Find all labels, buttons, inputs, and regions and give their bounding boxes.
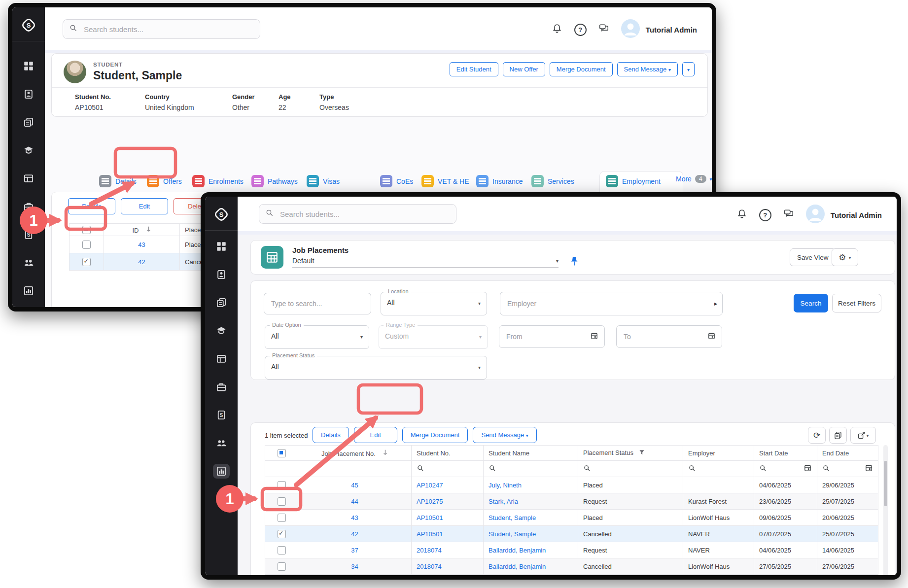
edit-student-button[interactable]: Edit Student — [450, 62, 498, 76]
placement-no-link[interactable]: 42 — [351, 530, 358, 538]
pin-icon[interactable] — [570, 256, 578, 268]
student-name-link[interactable]: Ballarddd, Benjamin — [489, 547, 546, 554]
tab-pathways[interactable]: Pathways — [251, 175, 298, 187]
send-message-button[interactable]: Send Message ▾ — [473, 427, 536, 443]
placement-no-link[interactable]: 43 — [351, 514, 358, 521]
date-option-select[interactable]: Date Option All ▾ — [265, 325, 369, 349]
send-message-button[interactable]: Send Message ▾ — [617, 62, 678, 76]
scrollbar-thumb[interactable] — [884, 461, 887, 506]
sidebar-item-placements-icon[interactable] — [20, 199, 37, 214]
user-menu[interactable]: Tutorial Admin — [806, 205, 882, 225]
calendar-icon[interactable] — [803, 464, 812, 474]
help-icon[interactable]: ? — [574, 24, 587, 36]
tab-services[interactable]: Services — [531, 175, 574, 187]
placement-details-button[interactable]: Details — [68, 198, 115, 214]
placement-id-link[interactable]: 42 — [138, 258, 145, 266]
location-select[interactable]: Location All ▾ — [381, 292, 487, 315]
sidebar-item-education-icon[interactable] — [20, 143, 37, 158]
help-icon[interactable]: ? — [759, 209, 771, 221]
student-no-link[interactable]: 2018074 — [417, 547, 442, 554]
to-date-field[interactable] — [616, 325, 722, 348]
tab-employment[interactable]: Employment — [606, 175, 661, 187]
column-search-field[interactable] — [817, 461, 878, 477]
tab-more[interactable]: More4▾ — [676, 175, 712, 183]
merge-document-button[interactable]: Merge Document — [550, 62, 613, 76]
placement-no-link[interactable]: 29 — [351, 579, 358, 580]
sidebar-item-layout-icon[interactable] — [213, 351, 230, 366]
table-row[interactable]: 45AP10247July, NinethPlaced04/06/202529/… — [265, 477, 878, 493]
sidebar-item-finance-icon[interactable]: S — [20, 227, 37, 242]
table-row[interactable]: 342018074Ballarddd, BenjaminCancelledLio… — [265, 558, 878, 575]
sidebar-item-placements-icon[interactable] — [213, 380, 230, 394]
calendar-icon[interactable] — [590, 332, 598, 342]
tab-visas[interactable]: Visas — [307, 175, 340, 187]
reset-filters-button[interactable]: Reset Filters — [832, 294, 881, 312]
student-no-link[interactable]: AP10275 — [417, 498, 443, 505]
student-name-link[interactable]: Student, Sample — [489, 530, 536, 538]
edit-button[interactable]: Edit — [354, 427, 397, 443]
row-checkbox[interactable] — [278, 562, 286, 571]
row-checkbox[interactable] — [82, 241, 91, 249]
column-header[interactable]: ID — [104, 224, 180, 236]
student-no-link[interactable]: AP10501 — [417, 514, 443, 521]
employer-lookup[interactable]: ▸ — [500, 292, 723, 315]
student-search-box[interactable] — [63, 19, 260, 39]
from-date-input[interactable] — [505, 332, 586, 341]
row-checkbox[interactable] — [278, 497, 286, 506]
search-input[interactable] — [279, 209, 450, 219]
keyword-search-input[interactable] — [270, 299, 365, 308]
calendar-icon[interactable] — [707, 332, 716, 342]
select-all-checkbox[interactable] — [265, 446, 298, 461]
sidebar-item-contacts-icon[interactable] — [20, 87, 37, 102]
chat-icon[interactable] — [598, 23, 609, 36]
tab-details[interactable]: Details — [99, 175, 137, 187]
table-row[interactable]: 44AP10275Stark, AriaRequestKurast Forest… — [265, 493, 878, 510]
view-select[interactable]: Default▾ — [292, 257, 559, 268]
more-actions-button[interactable]: ▾ — [682, 62, 695, 76]
sidebar-item-reports-icon[interactable] — [213, 464, 230, 479]
chat-icon[interactable] — [783, 208, 794, 221]
row-checkbox[interactable] — [278, 481, 286, 489]
tab-vet-he[interactable]: VET & HE — [421, 175, 469, 187]
refresh-icon[interactable]: ⟳ — [808, 427, 826, 444]
search-input[interactable] — [83, 25, 254, 34]
row-checkbox[interactable] — [278, 579, 286, 580]
table-row[interactable]: 372018074Ballarddd, BenjaminRequestNAVER… — [265, 542, 878, 558]
student-no-link[interactable]: 2018074 — [417, 563, 442, 570]
notifications-icon[interactable] — [736, 208, 747, 221]
select-all-checkbox[interactable] — [70, 224, 104, 236]
sidebar-item-documents-icon[interactable] — [213, 295, 230, 310]
student-no-link[interactable]: 0002018108 — [417, 579, 452, 580]
sidebar-item-finance-icon[interactable]: S — [213, 408, 230, 422]
tab-enrolments[interactable]: Enrolments — [192, 175, 244, 187]
row-checkbox[interactable] — [278, 546, 286, 554]
sidebar-item-dashboard-icon[interactable] — [20, 59, 37, 73]
column-search-field[interactable] — [683, 461, 754, 477]
student-name-link[interactable]: Kristofferson, Kris — [489, 579, 539, 580]
column-header[interactable]: Placement Status — [578, 446, 683, 461]
export-icon[interactable]: ▾ — [850, 427, 876, 444]
sidebar-item-contacts-icon[interactable] — [213, 267, 230, 282]
column-header[interactable]: Employer — [683, 446, 754, 461]
placement-no-link[interactable]: 44 — [351, 498, 358, 505]
row-checkbox[interactable] — [278, 514, 286, 522]
tab-offers[interactable]: Offers — [147, 175, 182, 187]
view-settings-button[interactable]: ⚙▾ — [832, 248, 858, 266]
placement-no-link[interactable]: 34 — [351, 563, 358, 570]
placement-edit-button[interactable]: Edit — [121, 198, 168, 214]
column-search-field[interactable] — [412, 461, 484, 477]
column-search-field[interactable] — [484, 461, 578, 477]
placement-no-link[interactable]: 45 — [351, 482, 358, 489]
student-name-link[interactable]: Stark, Aria — [489, 498, 518, 505]
table-row[interactable]: 43AP10501Student, SamplePlacedLionWolf H… — [265, 510, 878, 526]
column-header[interactable]: Start Date — [754, 446, 817, 461]
student-name-link[interactable]: Ballarddd, Benjamin — [489, 563, 546, 570]
sidebar-item-layout-icon[interactable] — [20, 171, 37, 186]
app-logo[interactable]: S — [205, 204, 238, 231]
sidebar-item-reports-icon[interactable] — [20, 283, 37, 298]
calendar-icon[interactable] — [865, 464, 873, 474]
column-header[interactable]: Job Placement No. — [298, 446, 412, 461]
new-offer-button[interactable]: New Offer — [503, 62, 545, 76]
filter-funnel-icon[interactable] — [638, 450, 645, 457]
user-menu[interactable]: Tutorial Admin — [621, 19, 697, 40]
